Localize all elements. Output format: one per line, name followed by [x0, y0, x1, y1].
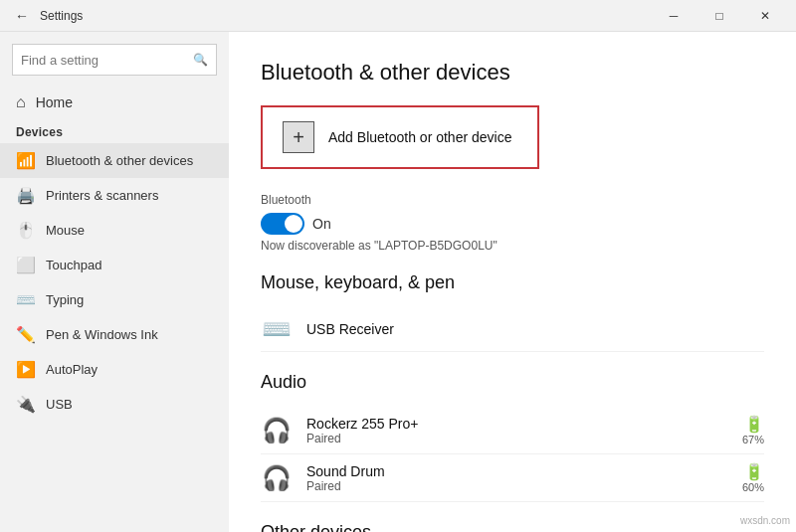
sidebar-item-label-mouse: Mouse [46, 223, 85, 238]
autoplay-icon: ▶️ [16, 360, 36, 379]
back-button[interactable]: ← [8, 2, 36, 30]
battery-percentage: 67% [742, 434, 764, 445]
pen-icon: ✏️ [16, 325, 36, 344]
device-row-left: 🎧 Rockerz 255 Pro+ Paired [261, 416, 418, 445]
sidebar-item-touchpad[interactable]: ⬜ Touchpad [0, 248, 229, 282]
bluetooth-section: Bluetooth On Now discoverable as "LAPTOP… [261, 193, 764, 253]
sidebar-item-home[interactable]: ⌂ Home [0, 88, 229, 117]
home-label: Home [36, 94, 73, 110]
bluetooth-icon: 📶 [16, 151, 36, 170]
bluetooth-toggle[interactable] [261, 213, 304, 235]
battery-icon: 🔋 [744, 462, 764, 481]
page-title: Bluetooth & other devices [261, 60, 764, 86]
titlebar-controls: ─ □ ✕ [651, 0, 788, 32]
toggle-knob [285, 215, 302, 233]
device-icon-0: ⌨️ [261, 315, 293, 343]
home-icon: ⌂ [16, 93, 26, 111]
device-battery: 🔋 67% [742, 415, 764, 445]
maximize-button[interactable]: □ [696, 0, 742, 32]
device-status: Paired [306, 432, 418, 445]
category-section-1: Audio🎧 Rockerz 255 Pro+ Paired 🔋 67% 🎧 S… [261, 372, 764, 502]
titlebar-title: Settings [40, 9, 83, 23]
add-device-plus-icon: + [283, 121, 314, 153]
main-layout: 🔍 ⌂ Home Devices 📶 Bluetooth & other dev… [0, 32, 796, 532]
device-info: Sound Drum Paired [306, 463, 385, 493]
search-icon: 🔍 [193, 53, 208, 67]
watermark: wxsdn.com [740, 515, 790, 526]
discoverable-text: Now discoverable as "LAPTOP-B5DGO0LU" [261, 239, 764, 253]
category-title-2: Other devices [261, 522, 764, 532]
bluetooth-row: On [261, 213, 764, 235]
content-area: Bluetooth & other devices + Add Bluetoot… [229, 32, 796, 532]
mouse-icon: 🖱️ [16, 221, 36, 240]
category-title-0: Mouse, keyboard, & pen [261, 272, 764, 293]
sidebar-item-pen[interactable]: ✏️ Pen & Windows Ink [0, 317, 229, 352]
sidebar-item-label-typing: Typing [46, 292, 84, 307]
bluetooth-section-label: Bluetooth [261, 193, 764, 207]
battery-percentage: 60% [742, 481, 764, 493]
device-name: USB Receiver [306, 321, 394, 337]
sidebar-item-bluetooth[interactable]: 📶 Bluetooth & other devices [0, 143, 229, 178]
sidebar-section-label: Devices [0, 117, 229, 143]
device-info: USB Receiver [306, 321, 394, 337]
printers-icon: 🖨️ [16, 186, 36, 205]
touchpad-icon: ⬜ [16, 256, 36, 274]
sidebar: 🔍 ⌂ Home Devices 📶 Bluetooth & other dev… [0, 32, 229, 532]
add-device-button[interactable]: + Add Bluetooth or other device [261, 105, 539, 169]
usb-icon: 🔌 [16, 395, 36, 414]
device-row: ⌨️ USB Receiver [261, 307, 764, 352]
sidebar-item-label-touchpad: Touchpad [46, 258, 101, 272]
sidebar-item-label-usb: USB [46, 397, 73, 412]
minimize-button[interactable]: ─ [651, 0, 696, 32]
category-section-2: Other devices📺 Jio SetTopBox [261, 522, 764, 532]
bluetooth-state-label: On [312, 216, 331, 232]
category-section-0: Mouse, keyboard, & pen⌨️ USB Receiver [261, 272, 764, 352]
typing-icon: ⌨️ [16, 290, 36, 309]
sidebar-item-printers[interactable]: 🖨️ Printers & scanners [0, 178, 229, 213]
search-box[interactable]: 🔍 [12, 44, 217, 76]
device-row: 🎧 Sound Drum Paired 🔋 60% [261, 454, 764, 502]
device-row-left: 🎧 Sound Drum Paired [261, 463, 385, 493]
sidebar-item-mouse[interactable]: 🖱️ Mouse [0, 213, 229, 248]
device-row-left: ⌨️ USB Receiver [261, 315, 394, 343]
sidebar-item-autoplay[interactable]: ▶️ AutoPlay [0, 352, 229, 387]
categories-container: Mouse, keyboard, & pen⌨️ USB Receiver Au… [261, 272, 764, 532]
category-title-1: Audio [261, 372, 764, 393]
device-icon-1: 🎧 [261, 464, 293, 492]
battery-icon: 🔋 [744, 415, 764, 434]
sidebar-items-container: 📶 Bluetooth & other devices 🖨️ Printers … [0, 143, 229, 422]
search-input[interactable] [21, 53, 193, 68]
device-battery: 🔋 60% [742, 462, 764, 493]
device-status: Paired [306, 479, 385, 493]
sidebar-item-label-printers: Printers & scanners [46, 188, 158, 203]
sidebar-item-label-bluetooth: Bluetooth & other devices [46, 153, 193, 168]
add-device-label: Add Bluetooth or other device [328, 129, 511, 145]
sidebar-item-label-autoplay: AutoPlay [46, 362, 98, 377]
device-name: Sound Drum [306, 463, 385, 479]
sidebar-item-typing[interactable]: ⌨️ Typing [0, 282, 229, 317]
sidebar-item-usb[interactable]: 🔌 USB [0, 387, 229, 422]
device-icon-0: 🎧 [261, 417, 293, 444]
device-info: Rockerz 255 Pro+ Paired [306, 416, 418, 445]
device-row: 🎧 Rockerz 255 Pro+ Paired 🔋 67% [261, 407, 764, 454]
sidebar-item-label-pen: Pen & Windows Ink [46, 327, 158, 342]
close-button[interactable]: ✕ [742, 0, 788, 32]
titlebar: ← Settings ─ □ ✕ [0, 0, 796, 32]
device-name: Rockerz 255 Pro+ [306, 416, 418, 432]
